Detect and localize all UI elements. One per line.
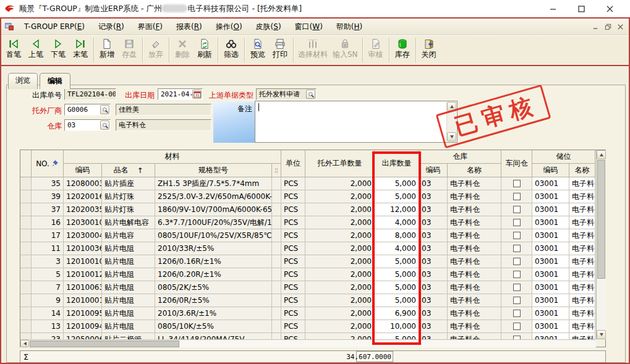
table-row[interactable]: 3712020035贴片灯珠1860/9V-10V/700mA/6000K-65…: [20, 203, 596, 216]
cell-ws_wh[interactable]: [501, 281, 532, 294]
cell-unit[interactable]: PCS: [281, 281, 305, 294]
tab-browse[interactable]: 浏览: [8, 73, 38, 89]
cell-loc_code[interactable]: 03001: [532, 177, 569, 190]
cell-spec[interactable]: 1860/9V-10V/700mA/6000K-6500K/...: [155, 203, 272, 216]
cell-wh_code[interactable]: 03: [419, 281, 448, 294]
close-icon[interactable]: [595, 1, 624, 17]
table-row[interactable]: 1412010095贴片电阻2010/3.6R/±1%PCS2,0006,900…: [20, 307, 596, 320]
table-row[interactable]: 512010012贴片电阻1206/0.20R/±1%PCS2,0005,000…: [20, 268, 596, 281]
cell-ws_wh[interactable]: [501, 294, 532, 307]
cell-code[interactable]: 12030004: [64, 229, 102, 242]
menu-item-record[interactable]: 记录(R): [92, 20, 131, 33]
cell-no[interactable]: 17: [32, 229, 64, 242]
cell-gap[interactable]: [272, 203, 281, 216]
toolbar-button-last-record[interactable]: 末笔: [69, 36, 92, 64]
cell-unit[interactable]: PCS: [281, 190, 305, 203]
cell-ws_wh[interactable]: [501, 268, 532, 281]
table-row[interactable]: 1112010036贴片电阻2010/33R/±5%PCS2,0004,0000…: [20, 242, 596, 255]
cell-wh_name[interactable]: 电子料仓: [448, 294, 501, 307]
cell-wh_name[interactable]: 电子料仓: [448, 216, 501, 229]
column-header-wo-qty[interactable]: 托外工单数量: [305, 150, 375, 177]
cell-wh_name[interactable]: 电子料仓: [448, 333, 501, 339]
cell-wo_qty[interactable]: 2,000: [305, 177, 375, 190]
cell-gap[interactable]: [272, 307, 281, 320]
cell-wh_name[interactable]: 电子料仓: [448, 281, 501, 294]
column-header-warehouse-name[interactable]: 名称: [448, 164, 501, 177]
cell-no[interactable]: 35: [32, 177, 64, 190]
toolbar-button-filter[interactable]: 筛选: [220, 36, 242, 64]
cell-wo_qty[interactable]: 2,000: [305, 294, 375, 307]
menu-item-skin[interactable]: 皮肤(S): [249, 20, 288, 33]
cell-name[interactable]: 贴片灯珠: [102, 203, 155, 216]
mdi-restore-icon[interactable]: [605, 23, 611, 30]
cell-loc_name[interactable]: 电子料仓一储: [569, 190, 595, 203]
cell-wh_code[interactable]: 03: [419, 255, 448, 268]
table-row[interactable]: 3912020016贴片灯珠2525/3.0V-3.2V/650mA/6000K…: [20, 190, 596, 203]
cell-gap[interactable]: [272, 294, 281, 307]
cell-loc_name[interactable]: 电子料仓一储: [569, 320, 595, 333]
cell-wh_code[interactable]: 03: [419, 242, 448, 255]
cell-code[interactable]: 12020016: [64, 190, 102, 203]
mdi-close-icon[interactable]: [617, 23, 624, 30]
column-header-clipped[interactable]: ¦¦: [272, 164, 281, 177]
cell-code[interactable]: 12080003: [64, 177, 102, 190]
table-row[interactable]: 3512080003贴片插座ZH1.5 3P插座/7.5*5.7*4mmPCS2…: [20, 177, 596, 190]
cell-loc_code[interactable]: 03001: [532, 203, 569, 216]
cell-unit[interactable]: PCS: [281, 320, 305, 333]
lookup-icon[interactable]: [306, 90, 315, 99]
cell-code[interactable]: 12030010: [64, 216, 102, 229]
cell-spec[interactable]: 2010/33R/±5%: [155, 242, 272, 255]
cell-loc_code[interactable]: 03001: [532, 216, 569, 229]
cell-unit[interactable]: PCS: [281, 242, 305, 255]
workshop-warehouse-checkbox[interactable]: [513, 206, 521, 213]
cell-wo_qty[interactable]: 2,000: [305, 268, 375, 281]
cell-name[interactable]: 贴片电阻: [102, 294, 155, 307]
cell-spec[interactable]: LL-34/4148/200MA/75V: [155, 333, 272, 339]
toolbar-button-new[interactable]: 新增: [96, 36, 118, 64]
scroll-down-icon[interactable]: [597, 330, 606, 339]
cell-name[interactable]: 贴片电阻: [102, 242, 155, 255]
cell-name[interactable]: 贴片插座: [102, 177, 155, 190]
cell-wh_code[interactable]: 03: [419, 190, 448, 203]
cell-ws_wh[interactable]: [501, 177, 532, 190]
cell-wh_code[interactable]: 03: [419, 229, 448, 242]
column-header-row-selector[interactable]: [20, 150, 32, 177]
workshop-warehouse-checkbox[interactable]: [513, 323, 521, 330]
cell-ws_wh[interactable]: [501, 242, 532, 255]
cell-unit[interactable]: PCS: [281, 255, 305, 268]
toolbar-button-prev-record[interactable]: 上笔: [25, 36, 47, 64]
cell-name[interactable]: 贴片电解电容: [102, 216, 155, 229]
cell-code[interactable]: 12020035: [64, 203, 102, 216]
cell-code[interactable]: 12010010: [64, 255, 102, 268]
cell-loc_name[interactable]: 电子料仓一储: [569, 229, 595, 242]
cell-code[interactable]: 12010095: [64, 307, 102, 320]
cell-code[interactable]: 12010036: [64, 242, 102, 255]
cell-spec[interactable]: 0805/10K/±5%: [155, 320, 272, 333]
cell-sel[interactable]: [20, 177, 32, 190]
cell-loc_code[interactable]: 03001: [532, 268, 569, 281]
cell-gap[interactable]: [272, 190, 281, 203]
mdi-minimize-icon[interactable]: [592, 23, 599, 30]
scroll-up-icon[interactable]: [597, 150, 606, 159]
cell-name[interactable]: 贴片电阻: [102, 281, 155, 294]
cell-wh_name[interactable]: 电子料仓: [448, 190, 501, 203]
cell-code[interactable]: 12050006: [64, 333, 102, 339]
cell-wh_name[interactable]: 电子料仓: [448, 320, 501, 333]
column-header-location-code[interactable]: 编码: [532, 164, 569, 177]
workshop-warehouse-checkbox[interactable]: [513, 258, 521, 265]
cell-wo_qty[interactable]: 2,000: [305, 333, 375, 339]
cell-name[interactable]: 贴片电阻: [102, 320, 155, 333]
cell-no[interactable]: 5: [32, 268, 64, 281]
cell-loc_name[interactable]: 电子料仓一储: [569, 242, 595, 255]
cell-wh_code[interactable]: 03: [419, 307, 448, 320]
cell-loc_code[interactable]: 03001: [532, 190, 569, 203]
cell-unit[interactable]: PCS: [281, 216, 305, 229]
lookup-icon[interactable]: [100, 121, 109, 130]
cell-gap[interactable]: [272, 242, 281, 255]
menu-item-operation[interactable]: 操作(O): [209, 20, 249, 33]
scroll-left-icon[interactable]: [20, 340, 29, 347]
cell-unit[interactable]: PCS: [281, 307, 305, 320]
toolbar-button-stock[interactable]: 库存: [391, 36, 414, 64]
group-header-material[interactable]: 材料: [64, 150, 281, 164]
cell-wh_code[interactable]: 03: [419, 320, 448, 333]
